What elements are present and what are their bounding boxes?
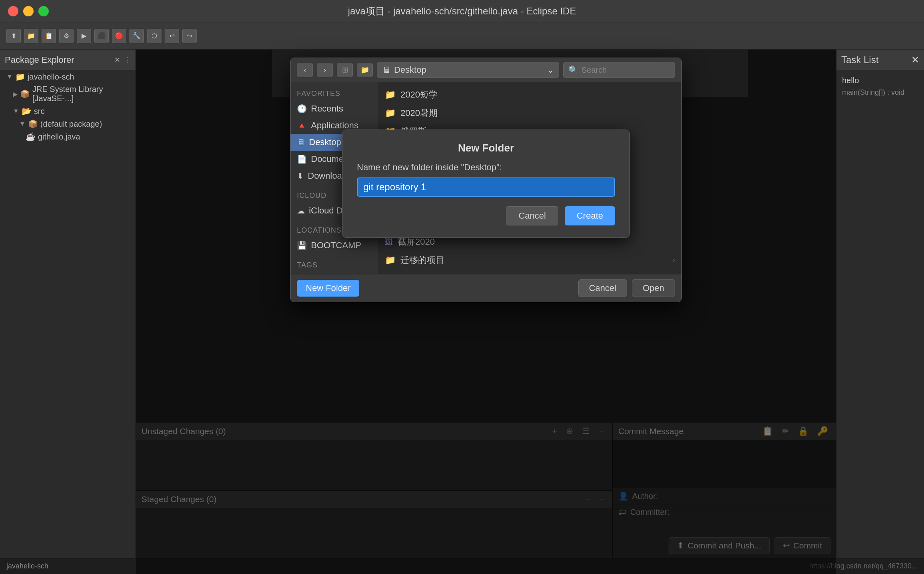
fd-cancel-button[interactable]: Cancel (578, 279, 627, 297)
file-icon: 🖼 (385, 237, 393, 247)
minimize-button[interactable] (23, 6, 34, 16)
close-button[interactable] (8, 6, 18, 16)
fd-file-2020short[interactable]: 📁 2020短学 (378, 86, 681, 104)
fd-location-label: Desktop (394, 65, 426, 75)
applications-icon: 🔺 (297, 121, 307, 130)
tree-item-githello[interactable]: ☕ githello.java (0, 130, 135, 143)
fd-file-label: 2020暑期 (400, 107, 438, 119)
tree-item-label: JRE System Library [JavaSE-...] (32, 85, 132, 103)
tree-item-label: javahello-sch (28, 72, 74, 82)
code-void: main(String[]) : void (842, 88, 918, 97)
chevron-right-icon: › (673, 256, 675, 265)
fd-search-box[interactable]: 🔍 Search (563, 62, 675, 78)
toolbar-btn-8[interactable]: 🔧 (129, 29, 144, 43)
fd-file-party[interactable]: 📁 入党 › (378, 269, 681, 274)
fd-back-button[interactable]: ‹ (297, 63, 313, 77)
fd-forward-button[interactable]: › (317, 63, 333, 77)
nfd-input[interactable] (357, 177, 615, 197)
title-bar: java项目 - javahello-sch/src/githello.java… (0, 0, 924, 22)
tree-item-jre[interactable]: ▶ 📦 JRE System Library [JavaSE-...] (0, 83, 135, 105)
nfd-create-button[interactable]: Create (565, 206, 615, 225)
toolbar-btn-2[interactable]: 📁 (24, 29, 38, 43)
nfd-label: Name of new folder inside "Desktop": (357, 162, 615, 173)
folder-icon: 📦 (20, 89, 30, 99)
desktop-icon: 🖥 (297, 138, 305, 147)
task-list-close-icon[interactable]: ✕ (911, 54, 919, 66)
fd-item-desktop-label: Desktop (309, 137, 341, 147)
fd-footer: New Folder Cancel Open (291, 274, 681, 302)
fd-item-bootcamp-label: BOOTCAMP (311, 240, 361, 251)
maximize-button[interactable] (38, 6, 49, 16)
tree-arrow-icon: ▼ (13, 108, 19, 115)
tree-item-label: (default package) (40, 120, 102, 129)
toolbar-btn-4[interactable]: ⚙ (59, 29, 74, 43)
tree-item-project[interactable]: ▼ 📁 javahello-sch (0, 70, 135, 83)
task-list-title: Task List (841, 54, 878, 66)
fd-item-recents[interactable]: 🕐 Recents (291, 100, 378, 117)
tree-item-default-package[interactable]: ▼ 📦 (default package) (0, 118, 135, 130)
fd-location-dropdown[interactable]: 🖥 Desktop ⌄ (377, 62, 559, 78)
icloud-icon: ☁ (297, 206, 305, 215)
folder-icon: 📁 (385, 255, 396, 265)
toolbar-btn-11[interactable]: ↪ (182, 29, 197, 43)
fd-open-button[interactable]: Open (632, 279, 675, 297)
panel-header-menu-icon[interactable]: ⋮ (123, 56, 131, 64)
new-folder-dialog: New Folder Name of new folder inside "De… (342, 130, 630, 238)
file-icon: ☕ (26, 132, 36, 142)
fd-view-button[interactable]: ⊞ (337, 63, 353, 77)
fd-file-label: 入党 (400, 273, 418, 274)
center-area: Create a Git Repository Determine the di… (136, 50, 836, 574)
nfd-buttons: Cancel Create (357, 206, 615, 225)
file-dialog: ‹ › ⊞ 📁 🖥 Desktop ⌄ 🔍 Search (290, 58, 682, 302)
window-controls (8, 6, 49, 16)
tree-item-label: githello.java (38, 132, 80, 142)
fd-dropdown-arrow-icon: ⌄ (547, 65, 554, 75)
toolbar-btn-7[interactable]: 🔴 (112, 29, 126, 43)
tree-item-src[interactable]: ▼ 📂 src (0, 105, 135, 118)
right-panel-code: hello main(String[]) : void (836, 70, 924, 102)
main-toolbar: ⬆ 📁 📋 ⚙ ▶ ⬛ 🔴 🔧 ⬡ ↩ ↪ (0, 22, 924, 50)
downloads-icon: ⬇ (297, 171, 304, 181)
documents-icon: 📄 (297, 154, 307, 164)
new-folder-button[interactable]: New Folder (297, 280, 359, 297)
nfd-cancel-button[interactable]: Cancel (506, 206, 558, 225)
file-dialog-overlay: ‹ › ⊞ 📁 🖥 Desktop ⌄ 🔍 Search (136, 50, 836, 574)
tree-arrow-icon: ▶ (13, 90, 18, 98)
tree-arrow-icon: ▼ (19, 120, 26, 128)
fd-section-tags: Tags (291, 259, 378, 272)
folder-icon: 📁 (385, 108, 396, 118)
package-explorer-header: Package Explorer ✕ ⋮ (0, 50, 135, 70)
fd-search-placeholder: Search (581, 66, 607, 75)
fd-item-recents-label: Recents (311, 104, 343, 114)
folder-icon: 📂 (22, 106, 32, 116)
tree-item-label: src (34, 107, 45, 116)
toolbar-btn-5[interactable]: ▶ (77, 29, 91, 43)
fd-file-2020summer[interactable]: 📁 2020暑期 (378, 104, 681, 122)
code-hello: hello (842, 76, 918, 85)
fd-item-tag-red[interactable]: 红色 (291, 272, 378, 274)
package-explorer-panel: Package Explorer ✕ ⋮ ▼ 📁 javahello-sch ▶… (0, 50, 136, 574)
toolbar-btn-10[interactable]: ↩ (165, 29, 179, 43)
nfd-title: New Folder (357, 142, 615, 154)
search-icon: 🔍 (568, 65, 578, 75)
fd-file-migration[interactable]: 📁 迁移的项目 › (378, 251, 681, 269)
toolbar-btn-3[interactable]: 📋 (42, 29, 56, 43)
toolbar-btn-1[interactable]: ⬆ (6, 29, 21, 43)
tree-arrow-icon: ▼ (6, 73, 13, 80)
package-explorer-title: Package Explorer (5, 55, 111, 65)
window-title: java项目 - javahello-sch/src/githello.java… (348, 5, 576, 18)
package-icon: 📦 (28, 119, 38, 129)
toolbar-btn-6[interactable]: ⬛ (94, 29, 109, 43)
recents-icon: 🕐 (297, 104, 307, 114)
bootcamp-icon: 💾 (297, 241, 307, 250)
panel-header-close-icon[interactable]: ✕ (114, 56, 120, 64)
toolbar-btn-9[interactable]: ⬡ (147, 29, 161, 43)
task-list-header: Task List ✕ (836, 50, 924, 70)
fd-section-favorites: Favorites (291, 87, 378, 100)
folder-icon: 📁 (385, 273, 396, 274)
folder-icon: 📁 (15, 72, 25, 82)
fd-file-label: 2020短学 (400, 89, 438, 101)
folder-icon: 📁 (385, 90, 396, 100)
fd-new-folder-icon-button[interactable]: 📁 (357, 63, 373, 77)
fd-item-bootcamp[interactable]: 💾 BOOTCAMP (291, 237, 378, 254)
